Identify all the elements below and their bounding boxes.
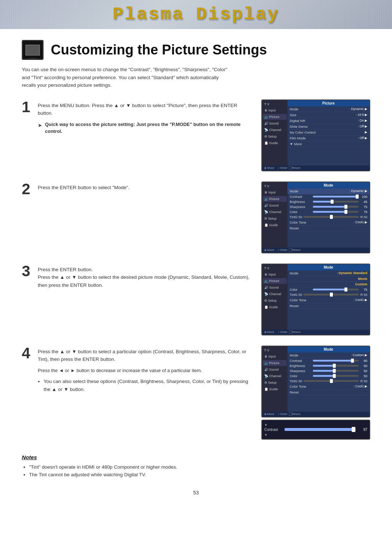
s3-tint-row: Tint G 50 R 50	[287, 292, 369, 297]
s4-brightness-thumb	[333, 364, 336, 368]
s4-color-value: 50	[360, 374, 367, 378]
s4-color-thumb	[333, 374, 336, 378]
step-4-number-text: 4 Press the ▲ or ▼ button to select a pa…	[22, 346, 250, 363]
s2-contrast-thumb	[356, 195, 359, 199]
s4-input: 🖥 Input	[263, 354, 287, 359]
contrast-bar-thumb	[352, 427, 355, 432]
tv-sidebar-4: T V 🖥 Input 📺 Picture 🔊 Sound 📡 Channel …	[262, 346, 287, 412]
s2-color-bar	[313, 211, 359, 213]
s4-setup: ⚙ Setup	[263, 380, 287, 386]
s2-color-value: 75	[360, 210, 367, 214]
s2-channel: 📡 Channel	[263, 209, 287, 215]
s2-color-thumb	[344, 210, 347, 214]
intro-text: You can use the on-screen menus to chang…	[22, 66, 232, 89]
step-1-screen: T V 🖥 Input 📺 Picture 🔊 Sound 📡 Channel …	[261, 99, 370, 171]
contrast-bar-fill	[285, 428, 354, 431]
s3-color-label: Color	[290, 288, 311, 292]
step-4-text: Press the ▲ or ▼ button to select a part…	[38, 346, 250, 363]
menu-item-more: ▼ More	[287, 141, 369, 147]
s4-guide-text: 📋 Guide	[264, 387, 278, 391]
s2-tint-label: Tint	[290, 215, 295, 219]
contrast-up-arrow: ▲	[264, 423, 268, 426]
step-4-main-text: Press the ▲ or ▼ button to select a part…	[38, 348, 250, 363]
menu-item-mycolor: My Color Control ▶	[287, 130, 369, 135]
s3-color-thumb	[344, 288, 347, 292]
s2-picture: 📺 Picture	[263, 196, 287, 202]
s2-reset: Reset	[287, 225, 369, 231]
s2-brightness-label: Brightness	[290, 200, 311, 204]
header-banner: Plasma Display	[0, 0, 392, 29]
step-4-note: Press the ◄ or ► button to decrease or i…	[38, 367, 250, 374]
s4-contrast-bar	[313, 360, 359, 362]
step-row-3: 3 Press the ENTER button. Press the ▲ or…	[22, 264, 370, 335]
contrast-bar-value: 97	[358, 428, 367, 432]
step-4-left: 4 Press the ▲ or ▼ button to select a pa…	[22, 346, 250, 394]
s3-tint-r: R 50	[360, 293, 367, 297]
s4-sound: 🔊 Sound	[263, 367, 287, 372]
s4-contrast-thumb	[351, 359, 354, 363]
s2-footer-move: ◈ Move	[264, 248, 274, 252]
tv-main-4: Mode Mode : Custom ▶ Contrast	[287, 346, 369, 412]
menu-item-size: Size : 16:9 ▶	[287, 112, 369, 118]
s2-reset-label: Reset	[290, 226, 299, 230]
s3-sound: 🔊 Sound	[263, 285, 287, 290]
notes-title: Notes	[22, 454, 370, 460]
s2-input: 🖥 Input	[263, 189, 287, 195]
s3-tint-label: Tint	[290, 293, 295, 297]
s2-colortone-label: Color Tone	[290, 220, 306, 224]
tv-main-2: Mode Mode : Dynamic ▶ Contrast 100	[287, 182, 369, 248]
step-2-text: Press the ENTER button to select "Mode".	[38, 182, 130, 192]
s4-reset-label: Reset	[290, 390, 299, 394]
menu-size-label: Size	[290, 113, 296, 117]
s2-brightness-row: Brightness 45	[287, 199, 369, 204]
step-4-bullet-1: You can also select these options (Contr…	[44, 378, 250, 393]
s4-color-label: Color	[290, 374, 311, 378]
step-2-number-text: 2 Press the ENTER button to select "Mode…	[22, 182, 250, 197]
s3-footer-move: ◈ Move	[264, 330, 274, 334]
s4-mode-value: : Custom ▶	[351, 353, 367, 357]
menu-item-film: Film Mode : Off ▶	[287, 135, 369, 141]
tv-menu-header-1: Picture	[287, 100, 369, 106]
s4-contrast-fill	[313, 360, 354, 362]
s3-setup-text: ⚙ Setup	[264, 299, 277, 302]
step-3-line1: Press the ENTER button.	[38, 266, 250, 274]
step-1-number-text: 1 Press the MENU button. Press the ▲ or …	[22, 99, 250, 117]
tv-sidebar-label-3: T V	[263, 266, 287, 271]
s4-brightness-bar	[313, 365, 359, 367]
sidebar-picture-text: 📺 Picture	[264, 115, 279, 119]
s4-footer-return: ⃞ Return	[291, 412, 301, 416]
s2-tint-g: G 50	[295, 215, 302, 219]
page-number: 53	[22, 490, 370, 496]
s3-reset: Reset	[287, 303, 369, 309]
s4-channel: 📡 Channel	[263, 373, 287, 379]
s2-brightness-value: 45	[360, 200, 367, 204]
contrast-down-arrow: ▼	[264, 433, 268, 437]
s3-tint-thumb	[330, 293, 333, 297]
s2-color-label: Color	[290, 210, 311, 214]
step-4-bullets: You can also select these options (Contr…	[38, 378, 250, 393]
s3-footer-return: ⃞ Return	[291, 330, 301, 334]
step-row-1: 1 Press the MENU button. Press the ▲ or …	[22, 99, 370, 171]
menu-more-label: ▼ More	[290, 142, 302, 146]
s3-mode-custom: Custom	[287, 282, 369, 287]
s3-color-bar	[313, 289, 359, 290]
menu-mycolor-label: My Color Control	[290, 130, 315, 134]
tv-main-3: Mode Mode : Dynamic Standard Movie Custo…	[287, 264, 369, 330]
s4-mode-label: Mode	[290, 353, 298, 357]
steps-area: 1 Press the MENU button. Press the ▲ or …	[22, 99, 370, 440]
sidebar-item-guide: 📋 Guide	[263, 140, 287, 146]
s4-menu-mode: Mode : Custom ▶	[287, 352, 369, 358]
menu-mode-value: : Dynamic ▶	[349, 107, 367, 111]
s4-sharpness-row: Sharpness 50	[287, 368, 369, 374]
mode-dynamic: Dynamic	[339, 271, 352, 275]
s2-setup-text: ⚙ Setup	[264, 217, 277, 220]
tv-icon	[22, 40, 44, 60]
s2-sharpness-row: Sharpness 75	[287, 204, 369, 209]
s3-mode-value: : Dynamic Standard	[337, 271, 367, 275]
tv-sidebar-label-2: T V	[263, 184, 287, 189]
tv-sidebar-2: T V 🖥 Input 📺 Picture 🔊 Sound 📡 Channel …	[262, 182, 287, 248]
s4-tint-thumb	[330, 379, 333, 383]
s2-guide-text: 📋 Guide	[264, 223, 278, 227]
s4-brightness-value: 50	[360, 364, 367, 368]
s3-menu-mode: Mode : Dynamic Standard	[287, 270, 369, 276]
